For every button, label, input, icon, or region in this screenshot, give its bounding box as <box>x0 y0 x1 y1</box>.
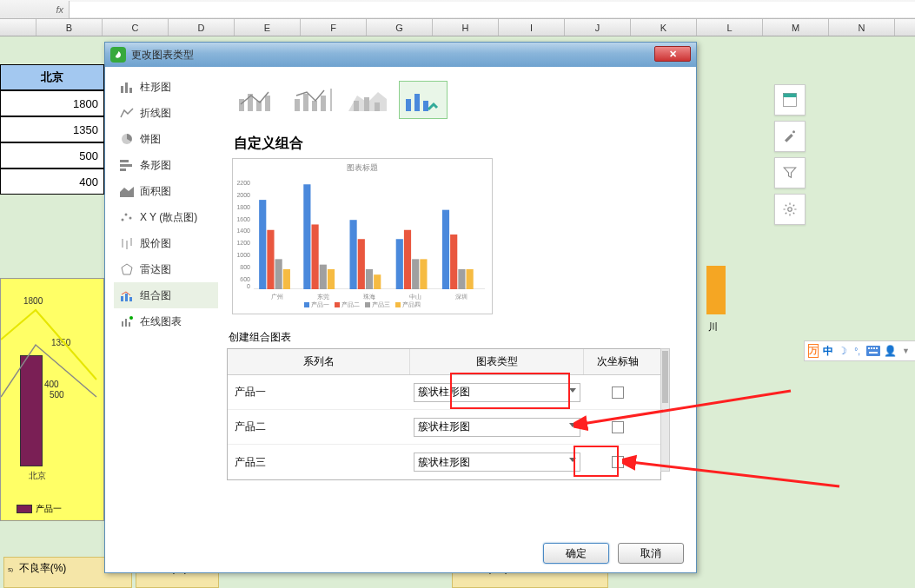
th-secondary-axis: 次坐标轴 <box>584 349 652 374</box>
legend-text: 产品一 <box>36 503 62 515</box>
nav-combo-chart[interactable]: 组合图 <box>114 282 218 308</box>
chart-type-select[interactable]: 簇状柱形图 <box>414 418 580 437</box>
ime-cn-button[interactable]: 中 <box>822 343 833 359</box>
nav-label: 条形图 <box>140 158 171 173</box>
col-header[interactable]: C <box>103 19 169 36</box>
online-chart-icon <box>119 314 135 329</box>
subtype-row <box>227 74 687 126</box>
chart-settings-button[interactable] <box>774 194 806 225</box>
col-header[interactable]: K <box>631 19 697 36</box>
svg-rect-25 <box>125 294 128 301</box>
preview-legend: 产品一 产品二 产品三 产品四 <box>233 300 492 310</box>
svg-rect-38 <box>321 96 326 111</box>
col-header[interactable]: G <box>367 19 433 36</box>
user-icon[interactable]: 👤 <box>884 343 897 359</box>
chart-filter-button[interactable] <box>774 157 806 188</box>
svg-rect-41 <box>364 97 369 111</box>
subtype-option-selected[interactable] <box>399 81 448 119</box>
chart-elements-button[interactable] <box>774 84 806 116</box>
formula-input[interactable] <box>70 2 915 17</box>
nav-area-chart[interactable]: 面积图 <box>114 178 218 204</box>
nav-line-chart[interactable]: 折线图 <box>114 100 218 126</box>
svg-point-30 <box>129 316 133 320</box>
formula-bar: fx <box>0 0 915 19</box>
legend-swatch-icon <box>17 505 32 513</box>
secondary-axis-checkbox[interactable] <box>612 386 624 399</box>
select-value: 簇状柱形图 <box>418 455 470 470</box>
preview-title: 图表标题 <box>233 159 492 174</box>
nav-bar-chart[interactable]: 条形图 <box>114 152 218 178</box>
x-tick: 北京 <box>29 470 46 482</box>
combo-series-table: 系列名 图表类型 次坐标轴 产品一 簇状柱形图 产品二 簇状柱形图 产品三 簇状… <box>227 348 661 480</box>
svg-rect-9 <box>869 352 878 353</box>
cell[interactable]: 500 <box>0 142 104 168</box>
close-button[interactable]: ✕ <box>654 46 691 62</box>
cell[interactable]: 1350 <box>0 116 104 142</box>
svg-rect-1 <box>784 94 797 98</box>
nav-radar-chart[interactable]: 雷达图 <box>114 256 218 282</box>
brush-icon <box>782 129 798 144</box>
col-header[interactable]: N <box>829 19 895 36</box>
scrollbar-thumb[interactable] <box>662 351 668 403</box>
svg-rect-10 <box>121 86 123 93</box>
data-label: 1800 <box>23 296 43 306</box>
keyboard-icon[interactable] <box>866 343 880 359</box>
svg-rect-36 <box>303 94 308 111</box>
cancel-button[interactable]: 取消 <box>618 543 684 564</box>
combo-chart-icon <box>119 287 135 303</box>
col-header[interactable]: J <box>565 19 631 36</box>
nav-label: 折线图 <box>140 106 171 121</box>
bar-chart-icon <box>119 157 135 173</box>
nav-pie-chart[interactable]: 饼图 <box>114 126 218 152</box>
table-scrollbar[interactable] <box>660 348 670 472</box>
data-label: 400 <box>44 380 59 389</box>
cell-header[interactable]: 北京 <box>0 64 104 90</box>
svg-rect-61 <box>412 259 419 289</box>
svg-rect-44 <box>414 94 420 111</box>
embedded-chart[interactable]: 1800 1350 400 500 北京 产品一 <box>0 278 104 521</box>
svg-rect-15 <box>120 164 132 167</box>
chart-style-button[interactable] <box>774 121 806 152</box>
cell[interactable]: 400 <box>0 168 104 195</box>
cell[interactable]: 1800 <box>0 90 104 116</box>
combo-custom-icon <box>402 85 444 115</box>
col-header[interactable]: E <box>235 19 301 36</box>
col-header[interactable]: D <box>169 19 235 36</box>
col-header[interactable]: L <box>697 19 763 36</box>
svg-rect-11 <box>125 83 128 93</box>
dialog-titlebar[interactable]: 更改图表类型 ✕ <box>105 43 696 67</box>
col-header[interactable]: H <box>433 19 499 36</box>
svg-rect-47 <box>259 200 266 289</box>
svg-rect-58 <box>374 274 381 289</box>
col-header[interactable]: F <box>301 19 367 36</box>
moon-icon[interactable]: ☽ <box>837 343 848 359</box>
col-header[interactable]: M <box>763 19 829 36</box>
col-header[interactable]: I <box>499 19 565 36</box>
nav-scatter-chart[interactable]: X Y (散点图) <box>114 204 218 230</box>
subtype-option[interactable] <box>343 81 392 119</box>
nav-column-chart[interactable]: 柱形图 <box>114 74 218 100</box>
stock-chart-icon <box>119 235 135 251</box>
svg-rect-27 <box>122 321 123 327</box>
chart-type-select[interactable]: 簇状柱形图 <box>414 453 580 472</box>
nav-label: 在线图表 <box>140 314 182 329</box>
secondary-axis-checkbox[interactable] <box>612 456 624 468</box>
svg-rect-55 <box>349 220 356 289</box>
nav-stock-chart[interactable]: 股价图 <box>114 230 218 256</box>
nav-online-chart[interactable]: 在线图表 <box>114 308 218 334</box>
col-header[interactable]: B <box>36 19 103 36</box>
ok-button[interactable]: 确定 <box>543 543 609 564</box>
table-header: 系列名 图表类型 次坐标轴 <box>228 349 660 375</box>
subtype-option[interactable] <box>288 81 336 119</box>
secondary-axis-checkbox[interactable] <box>612 421 624 433</box>
chart-type-select[interactable]: 簇状柱形图 <box>414 383 580 402</box>
fx-label: fx <box>0 1 70 18</box>
chevron-down-icon[interactable]: ▼ <box>900 343 912 359</box>
chevron-down-icon <box>569 423 576 427</box>
table-row: 产品三 簇状柱形图 <box>228 445 660 479</box>
dialog-body: 自定义组合 图表标题 2200 2000 1800 1600 1400 1200… <box>227 74 687 534</box>
subtype-option[interactable] <box>232 81 281 119</box>
punct-button[interactable]: °, <box>852 343 863 359</box>
col-header[interactable] <box>0 19 36 36</box>
svg-rect-48 <box>267 230 274 289</box>
